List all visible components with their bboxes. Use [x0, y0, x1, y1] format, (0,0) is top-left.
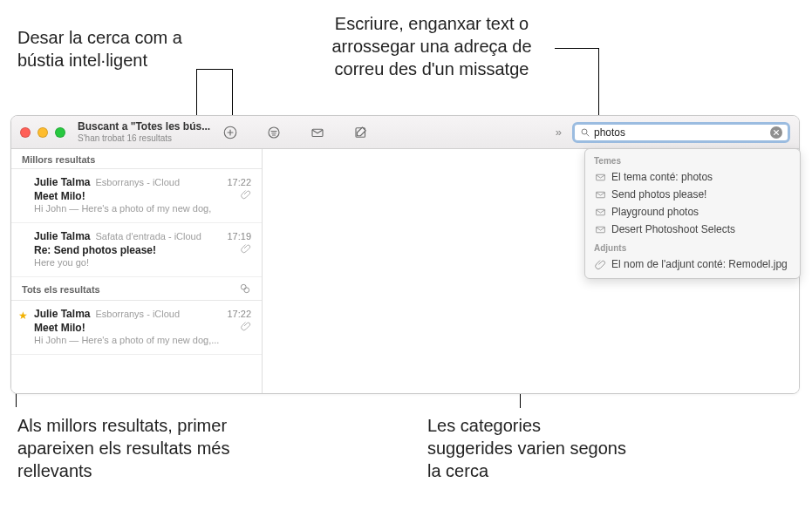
minimize-window-button[interactable]	[38, 127, 48, 138]
callout-type-paste: Escriure, enganxar text o arrossegar una…	[305, 12, 558, 80]
suggestion-label: Send photos please!	[611, 188, 706, 201]
compose-button[interactable]	[348, 122, 374, 143]
svg-point-6	[244, 288, 249, 293]
search-suggestions-dropdown: Temes El tema conté: photos Send photos …	[584, 148, 801, 279]
suggestion-item[interactable]: El tema conté: photos	[585, 168, 800, 186]
suggestion-label: Desert Photoshoot Selects	[611, 223, 735, 235]
zoom-window-button[interactable]	[55, 127, 65, 138]
section-all-results: Tots els resultats	[11, 277, 262, 301]
message-preview: Hi John — Here's a photo of my new dog,.…	[34, 335, 251, 345]
search-icon	[580, 127, 590, 138]
attachment-icon	[241, 189, 251, 202]
attachment-icon	[241, 321, 251, 334]
svg-rect-10	[596, 227, 604, 233]
plus-circle-icon	[222, 125, 238, 140]
overflow-chevrons[interactable]: »	[556, 126, 562, 139]
svg-point-5	[241, 284, 246, 289]
envelope-icon	[594, 206, 606, 218]
window-subtitle: S'han trobat 16 resultats	[78, 133, 210, 143]
window-title: Buscant a "Totes les bús...	[78, 121, 210, 133]
callout-line	[598, 48, 599, 121]
suggestion-item[interactable]: Playground photos	[585, 203, 800, 221]
close-window-button[interactable]	[20, 127, 31, 138]
message-time: 17:22	[227, 177, 251, 187]
suggestions-attachments-header: Adjunts	[585, 241, 800, 255]
message-folder: Esborranys - iCloud	[95, 309, 222, 319]
suggestion-label: El tema conté: photos	[611, 171, 713, 183]
save-smart-mailbox-button[interactable]	[217, 122, 243, 143]
message-preview: Hi John — Here's a photo of my new dog,	[34, 203, 251, 214]
callout-line	[232, 69, 233, 121]
svg-rect-8	[596, 192, 604, 198]
search-field[interactable]	[572, 122, 790, 143]
message-subject: Re: Send photos please!	[34, 244, 156, 256]
suggestion-label: El nom de l'adjunt conté: Remodel.jpg	[611, 258, 788, 270]
message-subject: Meet Milo!	[34, 190, 85, 202]
filter-button[interactable]	[261, 122, 287, 143]
compose-icon	[353, 125, 369, 140]
clear-search-button[interactable]	[770, 126, 782, 139]
section-label: Millors resultats	[22, 154, 95, 165]
message-folder: Safata d'entrada - iCloud	[95, 231, 222, 241]
suggestion-label: Playground photos	[611, 206, 699, 218]
message-time: 17:19	[227, 231, 251, 241]
mail-button[interactable]	[304, 122, 331, 143]
message-list[interactable]: Millors resultats Julie Talma Esborranys…	[11, 149, 263, 393]
svg-point-4	[582, 129, 587, 134]
paperclip-icon	[594, 258, 606, 270]
attachment-icon	[241, 243, 251, 256]
callout-categories: Les categories suggerides varien segons …	[427, 414, 628, 482]
section-label: Tots els resultats	[22, 284, 100, 295]
callout-line	[196, 69, 232, 70]
suggestion-item[interactable]: Send photos please!	[585, 186, 800, 203]
suggestion-item[interactable]: Desert Photoshoot Selects	[585, 221, 800, 238]
message-row[interactable]: ★ Julie Talma Esborranys - iCloud 17:22 …	[11, 301, 262, 355]
section-best-results: Millors resultats	[11, 149, 262, 169]
callout-best-first: Als millors resultats, primer apareixen …	[17, 414, 244, 482]
suggestions-topics-header: Temes	[585, 154, 800, 168]
message-subject: Meet Milo!	[34, 322, 85, 334]
message-sender: Julie Talma	[34, 308, 90, 320]
callout-save-smart: Desar la cerca com a bústia intel·ligent	[17, 26, 201, 71]
envelope-icon	[594, 188, 606, 201]
message-row[interactable]: Julie Talma Esborranys - iCloud 17:22 Me…	[11, 169, 262, 223]
envelope-icon	[594, 223, 606, 235]
callout-line	[196, 70, 197, 115]
callout-line	[555, 48, 598, 49]
message-preview: Here you go!	[34, 257, 251, 268]
x-icon	[773, 129, 780, 136]
suggestion-item[interactable]: El nom de l'adjunt conté: Remodel.jpg	[585, 255, 800, 273]
envelope-icon	[310, 125, 325, 140]
message-sender: Julie Talma	[34, 230, 90, 242]
svg-rect-7	[596, 174, 604, 180]
message-sender: Julie Talma	[34, 176, 90, 188]
svg-point-1	[269, 127, 279, 138]
message-time: 17:22	[227, 309, 251, 319]
message-row[interactable]: Julie Talma Safata d'entrada - iCloud 17…	[11, 223, 262, 277]
filter-icon	[266, 125, 282, 140]
envelope-icon	[594, 171, 606, 183]
toolbar: Buscant a "Totes les bús... S'han trobat…	[11, 116, 799, 149]
window-controls	[20, 127, 65, 138]
search-input[interactable]	[590, 126, 770, 139]
title-block: Buscant a "Totes les bús... S'han trobat…	[78, 121, 210, 142]
svg-rect-9	[596, 209, 604, 215]
message-folder: Esborranys - iCloud	[95, 177, 222, 187]
refresh-icon[interactable]	[239, 282, 251, 296]
star-icon[interactable]: ★	[18, 309, 28, 322]
